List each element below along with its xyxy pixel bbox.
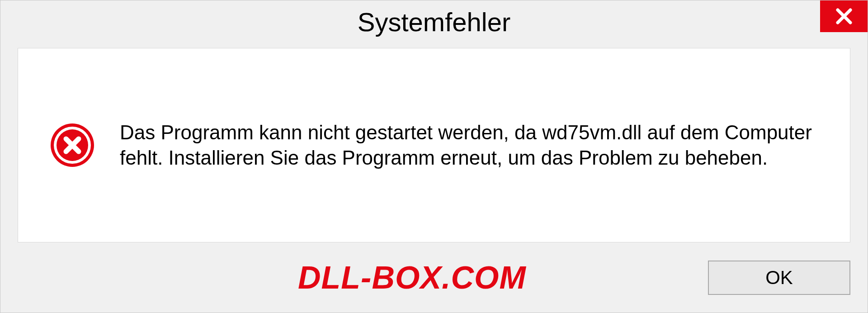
close-icon — [834, 6, 854, 26]
close-button[interactable] — [820, 0, 868, 32]
error-icon — [50, 123, 95, 168]
content-panel: Das Programm kann nicht gestartet werden… — [18, 48, 850, 242]
ok-button[interactable]: OK — [708, 261, 850, 295]
error-message: Das Programm kann nicht gestartet werden… — [120, 120, 823, 171]
titlebar: Systemfehler — [0, 0, 868, 43]
dialog-footer: DLL-BOX.COM OK — [0, 242, 868, 313]
dialog-title: Systemfehler — [358, 7, 510, 37]
watermark-text: DLL-BOX.COM — [298, 260, 526, 296]
error-dialog: Systemfehler Das Programm kann nicht ges… — [0, 0, 868, 313]
